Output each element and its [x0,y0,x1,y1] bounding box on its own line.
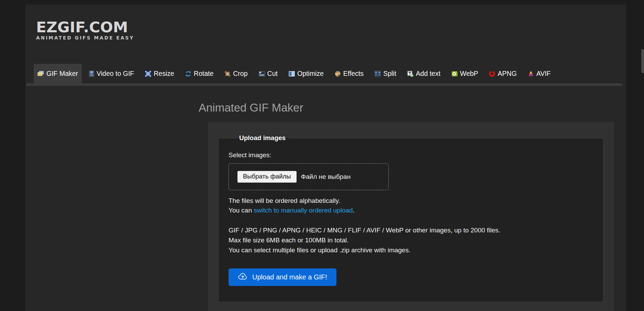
tab-crop[interactable]: Crop [221,64,251,83]
add-text-icon [407,71,413,77]
upload-legend: Upload images [236,134,289,142]
split-icon [375,71,381,77]
photos-icon [37,71,44,77]
crop-icon [224,71,231,77]
scrollbar-thumb[interactable] [641,49,644,73]
webp-icon [452,71,458,77]
file-status-text: Файл не выбран [301,173,351,181]
order-note-line1: The files will be ordered alphabetically… [229,197,340,204]
formats-line1: GIF / JPG / PNG / APNG / HEIC / MNG / FL… [229,227,500,234]
order-note: The files will be ordered alphabetically… [229,196,593,215]
tab-webp[interactable]: WebP [448,64,482,83]
tab-gif-maker[interactable]: GIF Maker [34,64,82,83]
tab-cut[interactable]: Cut [255,64,281,83]
apng-icon [489,71,495,77]
rotate-icon [185,71,191,77]
choose-files-button[interactable]: Выбрать файлы [237,171,297,183]
logo-title: EZGIF.COM [36,20,136,34]
upload-button-label: Upload and make a GIF! [252,273,327,281]
tab-optimize[interactable]: Optimize [285,64,327,83]
tab-apng[interactable]: APNG [485,64,520,83]
formats-info: GIF / JPG / PNG / APNG / HEIC / MNG / FL… [229,225,593,255]
logo-tagline: ANIMATED GIFS MADE EASY [36,35,134,41]
tab-add-text[interactable]: Add text [403,64,444,83]
manual-order-link[interactable]: switch to manually ordered upload [254,207,353,214]
tab-avif[interactable]: AVIF [524,64,555,83]
cut-icon [259,71,265,77]
palette-icon [335,71,341,77]
tab-rotate[interactable]: Rotate [181,64,217,83]
order-note-suffix: . [353,207,355,214]
file-input-area[interactable]: Выбрать файлы Файл не выбран [229,163,389,190]
optimize-icon [289,71,295,77]
formats-line3: You can select multiple files or upload … [229,246,410,254]
tab-video-to-gif[interactable]: Video to GIF [85,64,138,83]
tab-effects[interactable]: Effects [331,64,367,83]
cloud-upload-icon [238,273,248,282]
page-title: Animated GIF Maker [199,101,626,115]
film-icon [89,70,94,77]
tab-split[interactable]: Split [371,64,400,83]
main-nav: GIF Maker Video to GIF Resize Rotate Cro… [34,64,626,83]
select-images-label: Select images: [229,151,593,159]
site-container: EZGIF.COM ANIMATED GIFS MADE EASY GIF Ma… [25,4,626,311]
upload-fieldset: Upload images Select images: Выбрать фай… [218,134,603,302]
formats-line2: Max file size 6MB each or 100MB in total… [229,237,349,244]
site-logo[interactable]: EZGIF.COM ANIMATED GIFS MADE EASY [36,20,134,41]
avif-icon [528,71,534,77]
upload-panel: Upload images Select images: Выбрать фай… [208,122,614,311]
order-note-prefix: You can [229,207,254,214]
resize-icon [145,71,151,77]
tab-resize[interactable]: Resize [141,64,178,83]
main-content: Animated GIF Maker Upload images Select … [25,101,626,311]
nav-divider [26,83,622,86]
upload-button[interactable]: Upload and make a GIF! [229,268,336,286]
